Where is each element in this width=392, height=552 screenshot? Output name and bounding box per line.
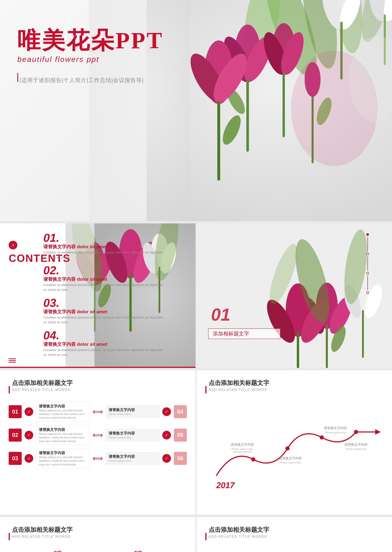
section-header-icons: 点击添加相关标题文字 ADD RELATED TITLE WORDS xyxy=(9,526,187,547)
chapter-panel: 01 添加相标题文字 xyxy=(197,223,392,368)
slide-gap-1 xyxy=(0,221,392,222)
proc-title-left-1: 请替换文字内容 xyxy=(39,404,87,409)
svg-marker-69 xyxy=(375,429,381,435)
red-line-decoration xyxy=(17,73,18,82)
section-title-chart: 点击添加相关标题文字 xyxy=(209,526,269,534)
contents-item-4: 04. 请替换文字内容 dolor sit amet Curabitur ac … xyxy=(43,330,167,357)
proc-text-left-1: 请替换文字内容 Please replace text, click add r… xyxy=(36,402,90,422)
svg-rect-17 xyxy=(246,79,249,152)
hamburger-line-1 xyxy=(9,358,16,359)
proc-title-left-2: 请替换文字内容 xyxy=(39,427,87,432)
svg-rect-26 xyxy=(217,101,220,181)
svg-text:Please replace text,: Please replace text, xyxy=(231,448,253,450)
slide-row-3: 点击添加相关标题文字 ADD RELATED TITLE WORDS 01 ✓ … xyxy=(0,370,392,515)
chapter-vline-1 xyxy=(367,237,368,251)
proc-num-03: 03 xyxy=(9,452,22,465)
proc-desc-left-2: Please replace text, click add relevant … xyxy=(39,432,87,443)
proc-check-right-3: ✓ xyxy=(162,454,171,463)
contents-item-desc-3: Curabitur ac elementum posuere pretium. … xyxy=(43,315,167,324)
slide-desc: |适用于述职报告|个人简介|工作总结|会议报告等| xyxy=(20,77,144,84)
svg-text:请替换文字内容: 请替换文字内容 xyxy=(231,443,254,446)
process-row-1: 01 ✓ 请替换文字内容 Please replace text, click … xyxy=(9,402,187,422)
svg-text:请替换文字内容: 请替换文字内容 xyxy=(324,426,347,430)
proc-text-right-3: 请替换文字内容 Please replace text... xyxy=(106,452,159,465)
section-header-chart: 点击添加相关标题文字 ADD RELATED TITLE WORDS xyxy=(205,526,384,547)
section-subtitle-icons: ADD RELATED TITLE WORDS xyxy=(12,535,73,538)
svg-rect-22 xyxy=(283,72,285,137)
svg-point-70 xyxy=(251,457,255,461)
proc-arrow-1: ⟺ xyxy=(92,408,103,416)
contents-item-desc-4: Curabitur ac elementum posuere pretium. … xyxy=(43,348,167,357)
section-subtitle-right: ADD RELATED TITLE WORDS xyxy=(209,388,269,392)
chapter-input-box[interactable]: 添加相标题文字 xyxy=(208,329,280,339)
contents-item-desc-2: Curabitur ac elementum posuere pretium. … xyxy=(43,282,167,292)
svg-text:Please replace text: Please replace text xyxy=(325,431,346,434)
section-title-icons: 点击添加相关标题文字 xyxy=(12,526,73,534)
contents-item-2: 02. 请替换文字内容 dolor sit amet Curabitur ac … xyxy=(43,265,167,292)
timeline-panel: 点击添加相关标题文字 ADD RELATED TITLE WORDS 请替换文字… xyxy=(197,370,392,515)
slide-gap-2 xyxy=(0,368,392,369)
svg-point-74 xyxy=(286,446,289,450)
contents-item-title-4: 请替换文字内容 dolor sit amet xyxy=(43,341,167,348)
section-title-left: 点击添加相关标题文字 xyxy=(12,379,73,387)
slide-row-2: › CONTENTS 01. 请替换文字内容 dolor sit amet Cu… xyxy=(0,223,392,368)
proc-num-05: 05 xyxy=(174,429,187,442)
mountain-chart-svg: 📍 请替换文字 📍 立即替换文字 📍 请替换文字 📍 立即替换文字 📍 请替换文… xyxy=(205,550,384,552)
contents-num-2: 02. xyxy=(43,265,167,276)
main-title: 唯美花朵PPT xyxy=(17,29,163,52)
proc-text-right-2: 请替换文字内容 Please replace text... xyxy=(106,429,159,441)
svg-point-77 xyxy=(320,435,324,439)
contents-num-1: 01. xyxy=(43,232,167,244)
contents-items: 01. 请替换文字内容 dolor sit amet Curabitur ac … xyxy=(43,232,167,362)
proc-text-left-2: 请替换文字内容 Please replace text, click add r… xyxy=(36,425,90,445)
top-label-text-1: 文字 xyxy=(52,550,63,552)
section-subtitle-left: ADD RELATED TITLE WORDS xyxy=(12,388,73,392)
proc-title-right-3: 请替换文字内容 xyxy=(109,454,157,459)
section-header-left: 点击添加相关标题文字 ADD RELATED TITLE WORDS xyxy=(9,379,187,401)
proc-desc-right-3: Please replace text... xyxy=(109,459,157,463)
section-header-right: 点击添加相关标题文字 ADD RELATED TITLE WORDS xyxy=(205,379,384,401)
proc-check-3: ✓ xyxy=(25,454,33,463)
slide-cover: 唯美花朵PPT beautiful flowers ppt |适用于述职报告|个… xyxy=(0,0,392,221)
chapter-vline-2 xyxy=(367,256,368,271)
section-title-right: 点击添加相关标题文字 xyxy=(209,379,269,387)
proc-desc-left-1: Please replace text, click add relevant … xyxy=(39,409,87,420)
section-title-bar-r xyxy=(205,386,206,393)
svg-text:2017: 2017 xyxy=(216,481,235,490)
contents-item-title-1: 请替换文字内容 dolor sit amet xyxy=(43,244,167,250)
hamburger-icon xyxy=(9,358,16,363)
bottom-red-line xyxy=(0,367,196,368)
chapter-vline-3 xyxy=(367,276,368,290)
sub-title: beautiful flowers ppt xyxy=(17,55,163,64)
proc-check-right-2: ✓ xyxy=(162,431,171,439)
proc-check-1: ✓ xyxy=(25,407,33,416)
proc-desc-right-2: Please replace text... xyxy=(109,436,157,439)
wave-timeline-svg: 请替换文字内容 Please replace text, click add r… xyxy=(205,405,384,503)
proc-num-06: 06 xyxy=(174,452,187,465)
chapter-flower-bg xyxy=(197,223,392,368)
contents-num-4: 04. xyxy=(43,330,167,341)
svg-rect-61 xyxy=(362,310,364,358)
proc-num-02: 02 xyxy=(9,429,22,442)
proc-num-04: 04 xyxy=(174,405,187,418)
chapter-number: 01 xyxy=(211,305,230,324)
section-title-bar xyxy=(9,386,10,393)
svg-rect-65 xyxy=(297,332,299,368)
chart-panel: 点击添加相关标题文字 ADD RELATED TITLE WORDS 📍 请替换… xyxy=(197,517,392,552)
chapter-input-text: 添加相标题文字 xyxy=(213,331,249,337)
svg-point-80 xyxy=(354,430,358,434)
contents-item-title-2: 请替换文字内容 dolor sit amet xyxy=(43,276,167,282)
process-row-3: 03 ✓ 请替换文字内容 Please replace text, click … xyxy=(9,449,187,468)
process-row-2: 02 ✓ 请替换文字内容 Please replace text, click … xyxy=(9,425,187,445)
proc-text-left-3: 请替换文字内容 Please replace text, click add r… xyxy=(36,449,90,468)
proc-desc-right-1: Please replace text... xyxy=(109,412,157,416)
top-label-text-2: 文字 xyxy=(132,550,144,552)
svg-text:click add relevant: click add relevant xyxy=(233,450,252,453)
slide-gap-3 xyxy=(0,515,392,516)
contents-item-1: 01. 请替换文字内容 dolor sit amet Curabitur ac … xyxy=(43,232,167,259)
contents-arrow: › xyxy=(9,241,17,249)
proc-num-01: 01 xyxy=(9,405,22,418)
contents-bottom-icon xyxy=(9,357,16,364)
proc-check-right-1: ✓ xyxy=(162,407,171,416)
contents-item-desc-1: Curabitur ac elementum posuere pretium. … xyxy=(43,250,167,259)
